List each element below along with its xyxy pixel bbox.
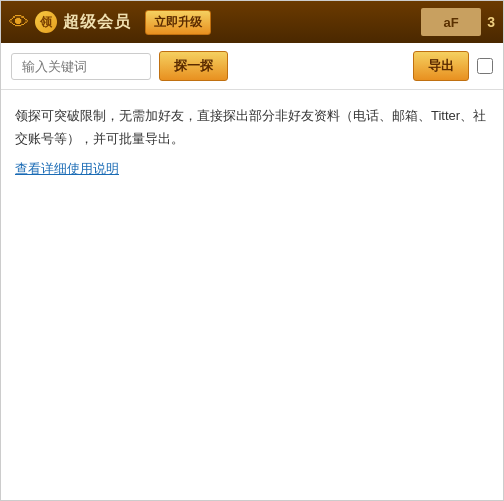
header-right: aF 3	[421, 8, 495, 36]
header: 👁 领 超级会员 立即升级 aF 3	[1, 1, 503, 43]
vip-badge: 领	[35, 11, 57, 33]
detail-link[interactable]: 查看详细使用说明	[15, 161, 119, 176]
search-input[interactable]	[11, 53, 151, 80]
search-button[interactable]: 探一探	[159, 51, 228, 81]
header-title: 超级会员	[63, 12, 131, 33]
eye-icon: 👁	[9, 11, 29, 34]
header-number: 3	[487, 14, 495, 30]
export-checkbox[interactable]	[477, 58, 493, 74]
toolbar: 探一探 导出	[1, 43, 503, 90]
app-container: 👁 领 超级会员 立即升级 aF 3 探一探 导出 领探可突破限制，无需加好友，…	[0, 0, 504, 501]
header-left: 👁 领 超级会员 立即升级	[9, 10, 211, 35]
description-text: 领探可突破限制，无需加好友，直接探出部分非好友资料（电话、邮箱、Titter、社…	[15, 104, 489, 151]
avatar: aF	[421, 8, 481, 36]
export-button[interactable]: 导出	[413, 51, 469, 81]
upgrade-button[interactable]: 立即升级	[145, 10, 211, 35]
main-content: 领探可突破限制，无需加好友，直接探出部分非好友资料（电话、邮箱、Titter、社…	[1, 90, 503, 500]
